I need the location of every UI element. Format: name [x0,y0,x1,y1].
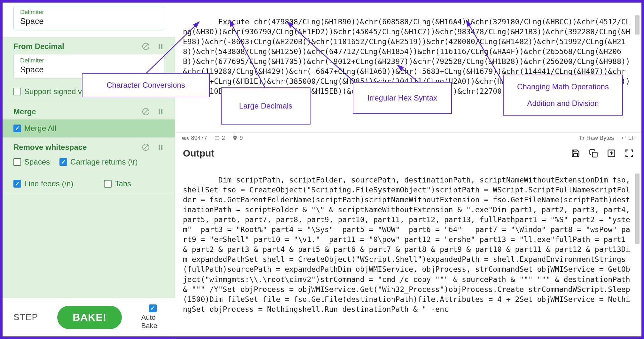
svg-line-23 [146,22,199,73]
annotation-char-conv: Character Conversions [82,73,210,97]
annotation-large-dec: Large Decimals [221,87,310,125]
svg-line-26 [397,65,418,82]
annotation-math-ops: Changing Math Operations Addition and Di… [503,75,623,116]
svg-line-27 [466,20,503,83]
svg-line-25 [287,22,354,82]
svg-line-24 [230,20,265,87]
annotation-hex-syntax: Irregular Hex Syntax [353,82,452,114]
